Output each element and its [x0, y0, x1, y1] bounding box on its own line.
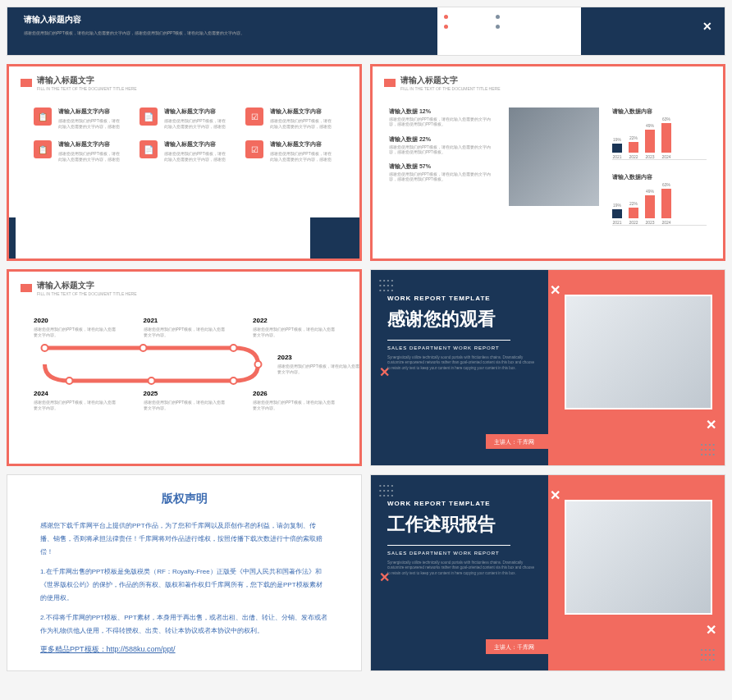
slide-cover: •••••••••••• •••••••••••• ✕ ✕ ✕ WORK REP… — [370, 474, 725, 671]
feature-icon: 📋 — [34, 108, 52, 126]
bar-item: 63% 2024 — [661, 182, 671, 225]
main-title: 工作述职报告 — [387, 512, 708, 537]
title-icon — [384, 79, 396, 87]
bar-item: 19% 2021 — [612, 203, 622, 225]
slide-title: 请输入标题文字 — [400, 75, 501, 86]
template-link[interactable]: 更多精品PPT模板：http://588ku.com/ppt/ — [40, 644, 328, 655]
bar-item: 49% 2023 — [645, 189, 655, 225]
presenter-label: 主讲人：千库网 — [494, 643, 534, 652]
bar-chart: 请输入数据内容 19% 2021 22% 2022 49% 2023 63% 2… — [612, 173, 707, 226]
header-title: 请输入标题内容 — [24, 14, 421, 25]
slide-title: 请输入标题文字 — [37, 75, 137, 86]
presenter-label: 主讲人：千库网 — [494, 438, 534, 446]
title-icon — [21, 284, 32, 292]
dots-pattern-icon: •••••••••••• — [701, 647, 716, 662]
cross-icon: ✕ — [706, 417, 716, 432]
bar-chart: 请输入数据内容 19% 2021 22% 2022 49% 2023 63% 2… — [612, 108, 707, 160]
slide-title: 请输入标题文字 — [37, 280, 137, 291]
dots-pattern-icon: •••••••••••• — [701, 442, 716, 457]
svg-point-5 — [149, 377, 155, 384]
timeline-item: 2026感谢您使用我们的PPT模板，请在此输入您需要文字内容。 — [253, 390, 335, 410]
dot-icon — [496, 25, 500, 29]
svg-point-2 — [231, 345, 237, 351]
slide-thanks: •••••••••••• •••••••••••• ✕ ✕ ✕ WORK REP… — [370, 269, 725, 466]
timeline-item: 2025感谢您使用我们的PPT模板，请在此输入您需要文字内容。 — [144, 390, 226, 410]
timeline-item: 2021感谢您使用我们的PPT模板，请在此输入您需要文字内容。 — [144, 317, 226, 337]
svg-point-1 — [140, 345, 147, 351]
feature-icon: 📄 — [140, 140, 158, 158]
svg-point-0 — [42, 345, 48, 351]
feature-icon: 📄 — [140, 108, 158, 126]
slide-copyright: 版权声明 感谢您下载千库网平台上提供的PPT作品，为了您和千库网以及原创作者的利… — [7, 474, 362, 671]
stat-item: 请输入数据 57%感谢您使用我们的PPT模板，请在此输入您需要的文字内容，感谢您… — [389, 162, 496, 182]
cross-icon: ✕ — [706, 622, 716, 638]
dots-pattern-icon: •••••••••••• — [379, 483, 395, 498]
svg-point-3 — [255, 361, 262, 368]
photo-placeholder — [509, 108, 599, 206]
feature-item: 📄 请输入标题文字内容感谢您使用我们的PPT模板，请在此输入您需要的文字内容，感… — [140, 108, 229, 129]
title-icon — [21, 79, 32, 87]
bar-item: 22% 2022 — [629, 135, 638, 159]
header-desc: 感谢您使用我们的PPT模板，请在此输入您需要的文字内容，感谢您使用我们的PPT模… — [24, 30, 421, 36]
dot-icon — [444, 15, 448, 19]
dot-icon — [444, 25, 448, 29]
dot-icon — [496, 15, 500, 19]
main-title: 感谢您的观看 — [387, 307, 708, 332]
stat-item: 请输入数据 22%感谢您使用我们的PPT模板，请在此输入您需要的文字内容，感谢您… — [389, 135, 496, 155]
corner-decoration — [310, 217, 359, 258]
timeline-item: 2020感谢您使用我们的PPT模板，请在此输入您需要文字内容。 — [34, 317, 116, 337]
cross-icon: ✕ — [702, 20, 712, 33]
feature-item: ☑ 请输入标题文字内容感谢您使用我们的PPT模板，请在此输入您需要的文字内容，感… — [245, 140, 335, 162]
timeline-item: 2022感谢您使用我们的PPT模板，请在此输入您需要文字内容。 — [253, 317, 335, 337]
feature-item: 📄 请输入标题文字内容感谢您使用我们的PPT模板，请在此输入您需要的文字内容，感… — [140, 140, 229, 162]
slide-timeline: 请输入标题文字 FILL IN THE TEXT OF THE DOCUMENT… — [7, 269, 362, 466]
svg-point-6 — [231, 377, 237, 384]
subtitle: WORK REPORT TEMPLATE — [387, 500, 708, 507]
bar-item: 19% 2021 — [612, 137, 622, 159]
feature-item: 📋 请输入标题文字内容感谢您使用我们的PPT模板，请在此输入您需要的文字内容，感… — [34, 140, 123, 162]
feature-icon: 📋 — [34, 140, 52, 158]
timeline-item: 2024感谢您使用我们的PPT模板，请在此输入您需要文字内容。 — [34, 390, 116, 410]
bar-item: 49% 2023 — [645, 123, 655, 159]
feature-item: 📋 请输入标题文字内容感谢您使用我们的PPT模板，请在此输入您需要的文字内容，感… — [34, 108, 123, 129]
copyright-title: 版权声明 — [40, 492, 328, 506]
dots-pattern-icon: •••••••••••• — [379, 278, 395, 293]
slide-header-strip: 请输入标题内容 感谢您使用我们的PPT模板，请在此输入您需要的文字内容，感谢您使… — [7, 7, 725, 56]
corner-decoration — [9, 217, 16, 258]
feature-icon: ☑ — [245, 140, 263, 158]
bar-item: 22% 2022 — [629, 201, 638, 225]
bar-item: 63% 2024 — [661, 117, 671, 159]
subtitle: WORK REPORT TEMPLATE — [387, 295, 708, 302]
svg-point-4 — [66, 377, 73, 384]
slide-charts: 请输入标题文字 FILL IN THE TEXT OF THE DOCUMENT… — [370, 64, 725, 261]
feature-icon: ☑ — [245, 108, 263, 126]
slide-icon-grid: 请输入标题文字 FILL IN THE TEXT OF THE DOCUMENT… — [7, 64, 362, 261]
stat-item: 请输入数据 12%感谢您使用我们的PPT模板，请在此输入您需要的文字内容，感谢您… — [389, 108, 496, 127]
feature-item: ☑ 请输入标题文字内容感谢您使用我们的PPT模板，请在此输入您需要的文字内容，感… — [245, 108, 335, 129]
